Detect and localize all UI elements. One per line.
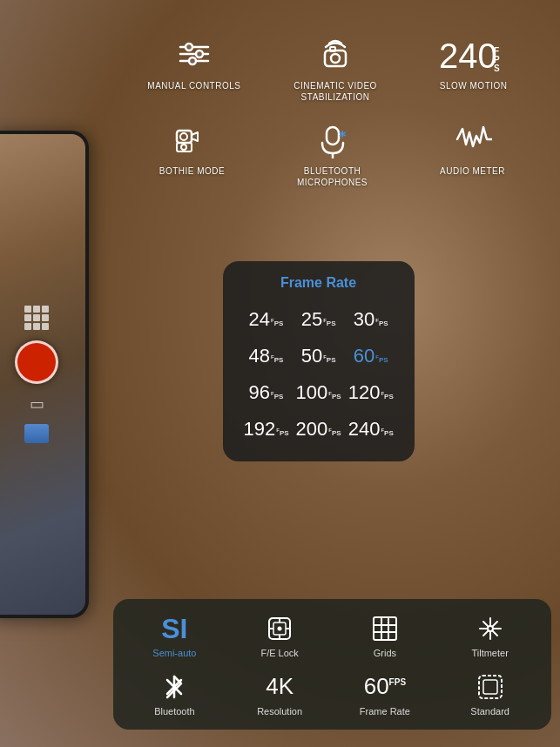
sliders-icon	[175, 35, 213, 73]
svg-rect-42	[483, 680, 497, 694]
fr-50-fps: FPS	[323, 354, 335, 364]
svg-point-16	[181, 145, 186, 150]
phone-gallery-icon[interactable]	[24, 424, 49, 443]
svg-rect-41	[479, 676, 502, 698]
manual-controls-label: MANUAL CONTROLS	[147, 80, 240, 91]
tiltmeter-icon	[476, 615, 504, 643]
feature-audio-meter[interactable]: AUDIO METER	[429, 120, 516, 177]
bluetooth-label: Bluetooth	[154, 706, 194, 717]
bothie-icon	[173, 120, 212, 158]
phone-camera-ui: ▭	[0, 138, 82, 611]
fr-240-fps: FPS	[381, 427, 393, 437]
bottom-row-1: SI Semi-auto F/E Lock	[122, 615, 543, 659]
bluetooth-item[interactable]: Bluetooth	[144, 673, 205, 717]
svg-point-7	[331, 54, 340, 63]
feature-bothie[interactable]: BOTHIE MODE	[149, 120, 236, 177]
svg-point-5	[189, 57, 196, 64]
fr-30-fps: FPS	[375, 318, 388, 327]
slow-motion-label: SLOW MOTION	[440, 80, 508, 91]
tiltmeter-item[interactable]: Tiltmeter	[460, 615, 521, 659]
fr-200-fps: FPS	[328, 427, 341, 437]
feature-manual-controls[interactable]: MANUAL CONTROLS	[147, 35, 240, 91]
resolution-value: 4K	[266, 673, 293, 700]
phone-grid-button[interactable]	[24, 306, 49, 330]
fr-25[interactable]: 25 FPS	[293, 303, 345, 336]
feature-slow-motion[interactable]: 240 F P S SLOW MOTION	[430, 35, 517, 91]
svg-point-14	[180, 133, 187, 140]
standard-icon	[476, 673, 504, 701]
standard-item[interactable]: Standard	[460, 673, 521, 717]
fr-200[interactable]: 200 FPS	[293, 413, 345, 446]
framerate-value-icon: 60FPS	[364, 673, 406, 701]
fr-96-fps: FPS	[271, 391, 283, 400]
bluetooth-mic-label: BLUETOOTHMICROPHONES	[297, 165, 368, 188]
fr-100[interactable]: 100 FPS	[293, 376, 345, 409]
fr-96-num: 96	[249, 381, 270, 404]
framerate-bottom-label: Frame Rate	[360, 706, 410, 717]
resolution-label: Resolution	[257, 706, 302, 717]
phone-record-button[interactable]	[15, 340, 58, 384]
phone-video-icon: ▭	[30, 394, 44, 414]
fr-200-num: 200	[296, 418, 328, 441]
audio-meter-icon	[454, 120, 492, 158]
features-grid: MANUAL CONTROLS CINEMATIC VIDEOSTABILIZA…	[122, 35, 543, 205]
resolution-icon: 4K	[266, 673, 293, 701]
svg-point-3	[186, 44, 192, 50]
framerate-item[interactable]: 60FPS Frame Rate	[354, 673, 415, 717]
bluetooth-mic-icon: ∗	[314, 120, 352, 158]
feature-bluetooth-mic[interactable]: ∗ BLUETOOTHMICROPHONES	[289, 120, 376, 188]
240fps-icon: 240 F P S	[439, 35, 509, 73]
si-mode-item[interactable]: SI Semi-auto	[144, 615, 205, 659]
svg-point-40	[488, 626, 493, 631]
grids-item[interactable]: Grids	[354, 615, 415, 659]
fr-192[interactable]: 192 FPS	[240, 413, 293, 446]
standard-label: Standard	[470, 706, 509, 717]
bothie-label: BOTHIE MODE	[159, 165, 226, 177]
fr-30[interactable]: 30 FPS	[345, 303, 397, 336]
svg-rect-8	[330, 47, 335, 51]
fr-24[interactable]: 24 FPS	[240, 303, 293, 336]
svg-rect-27	[374, 617, 396, 640]
svg-line-36	[483, 622, 488, 626]
svg-point-4	[196, 50, 203, 57]
grids-icon	[371, 615, 399, 643]
fr-100-fps: FPS	[328, 391, 341, 400]
fr-24-num: 24	[249, 308, 270, 331]
fr-60[interactable]: 60 FPS	[345, 340, 397, 373]
fr-192-fps: FPS	[276, 427, 288, 437]
grids-label: Grids	[374, 648, 396, 659]
frame-rate-title: Frame Rate	[240, 275, 397, 291]
features-row-2: BOTHIE MODE ∗ BLUETOOTHMICROPHONES	[122, 120, 543, 188]
fr-25-fps: FPS	[323, 318, 335, 327]
bottom-row-2: Bluetooth 4K Resolution 60FPS Frame Rate…	[122, 673, 543, 717]
svg-line-39	[483, 631, 488, 636]
fr-100-num: 100	[296, 381, 328, 404]
features-row-1: MANUAL CONTROLS CINEMATIC VIDEOSTABILIZA…	[122, 35, 543, 103]
svg-line-38	[493, 622, 497, 626]
cinematic-label: CINEMATIC VIDEOSTABILIZATION	[293, 80, 377, 103]
fe-lock-item[interactable]: F/E Lock	[249, 615, 310, 659]
svg-line-37	[493, 631, 497, 636]
si-text: SI	[161, 615, 187, 643]
audio-meter-label: AUDIO METER	[440, 165, 505, 177]
bottom-controls-panel: SI Semi-auto F/E Lock	[113, 599, 551, 730]
phone-screen: ▭	[0, 134, 85, 615]
svg-text:240: 240	[439, 37, 497, 73]
fr-48-fps: FPS	[271, 354, 283, 364]
frame-rate-panel: Frame Rate 24 FPS 25 FPS 30 FPS 48 FPS 5…	[223, 261, 415, 461]
bluetooth-icon	[160, 673, 188, 701]
fr-50-num: 50	[301, 345, 322, 367]
feature-cinematic[interactable]: CINEMATIC VIDEOSTABILIZATION	[292, 35, 379, 103]
fr-48[interactable]: 48 FPS	[240, 340, 293, 373]
fr-50[interactable]: 50 FPS	[293, 340, 345, 373]
fr-240[interactable]: 240 FPS	[345, 413, 397, 446]
framerate-value: 60FPS	[364, 673, 406, 700]
resolution-item[interactable]: 4K Resolution	[249, 673, 310, 717]
cinematic-icon	[316, 35, 354, 73]
si-mode-label: Semi-auto	[152, 648, 196, 659]
fr-96[interactable]: 96 FPS	[240, 376, 293, 409]
fr-120[interactable]: 120 FPS	[345, 376, 397, 409]
fr-48-num: 48	[249, 345, 270, 367]
phone-device: ▭	[0, 131, 89, 618]
fr-240-num: 240	[348, 418, 381, 441]
